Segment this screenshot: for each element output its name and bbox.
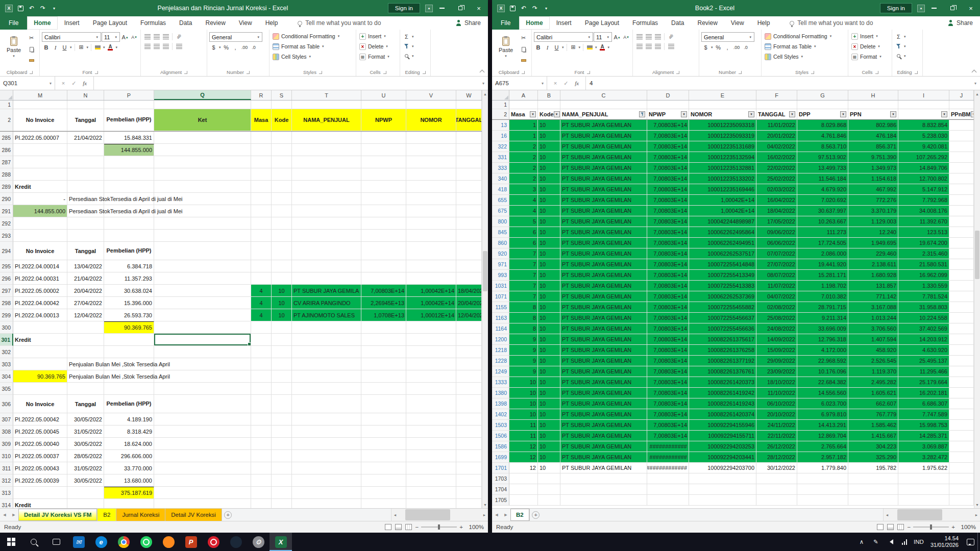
column-header-A[interactable]: A [509,90,538,100]
cell-Q298[interactable] [154,297,251,309]
cell-P285[interactable]: 15.848.331 [104,132,154,144]
cell-C1155[interactable]: PT SUBUR JAYA GEMILAN [560,302,647,313]
cell-Q288[interactable] [154,168,251,181]
cell-U287[interactable] [361,156,406,168]
cell-V290[interactable] [406,193,456,205]
cell-S303[interactable] [272,358,292,370]
cell-B16[interactable]: 10 [538,131,560,141]
cell-H1705[interactable] [848,495,898,506]
cell-C331[interactable]: PT SUBUR JAYA GEMILAN [560,152,647,163]
cell-Q286[interactable] [154,144,251,156]
cell-W287[interactable] [456,156,482,168]
cell-S1[interactable] [272,101,292,109]
cell-H1380[interactable]: 1.605.621 [848,388,898,398]
cell-M302[interactable] [13,346,67,358]
cell-G1163[interactable]: 9.211.314 [797,313,848,323]
cell-W1[interactable] [456,101,482,109]
cell-V297[interactable]: 1,00042E+14 [406,285,456,297]
cell-Q301[interactable] [154,334,251,346]
cell-A1705[interactable] [509,495,538,506]
cell-P2[interactable]: Pembelian (HPP) [104,109,154,131]
cell-T293[interactable] [292,230,361,242]
cell-J1071[interactable] [949,291,974,302]
cell-D675[interactable]: 7,00803E+14 [647,206,689,216]
row-header-845[interactable]: 845 [492,227,509,238]
ribbon-tab-review[interactable]: Review [691,16,724,30]
row-header-306[interactable]: 306 [0,395,13,413]
cell-T304[interactable] [292,370,361,383]
ribbon-tab-page-layout[interactable]: Page Layout [86,16,134,30]
cell-F13[interactable]: 11/01/2022 [756,120,797,131]
row-header-322[interactable]: 322 [492,141,509,152]
number-format-select[interactable]: General▾ [701,32,754,42]
cell-E1506[interactable]: 100092294155711 [689,431,756,441]
cell-R304[interactable] [251,370,272,383]
cell-T313[interactable] [292,487,361,499]
row-header-655[interactable]: 655 [492,195,509,206]
taskbar-opera-icon[interactable] [202,533,225,551]
cell-B1218[interactable]: 10 [538,345,560,356]
row-header-2[interactable]: 2 [0,109,13,131]
cell-S295[interactable] [272,260,292,272]
cell-F1218[interactable]: 15/09/2022 [756,345,797,356]
cell-C13[interactable]: PT SUBUR JAYA GEMILAN [560,120,647,131]
cell-F1228[interactable]: 29/09/2022 [756,356,797,366]
cell-C1398[interactable]: PT SUBUR JAYA GEMILAN [560,398,647,409]
cell-R285[interactable] [251,132,272,144]
cell-E418[interactable]: 100012235169446 [689,184,756,195]
align-right-icon[interactable] [161,42,170,51]
cell-W304[interactable] [456,370,482,383]
show-desktop-button[interactable] [977,533,980,551]
cell-U301[interactable] [361,334,406,346]
cell-G655[interactable]: 7.020.692 [797,195,848,206]
cell-H1164[interactable]: 3.706.560 [848,323,898,334]
column-header-C[interactable]: C [560,90,647,100]
cell-I13[interactable]: 8.832.854 [898,120,949,131]
cell-A333[interactable]: 2 [509,163,538,173]
cell-G920[interactable]: 2.086.000 [797,248,848,259]
cell-T300[interactable] [292,321,361,334]
horizontal-scrollbar[interactable]: ◄ ► [883,509,980,521]
cell-M293[interactable] [13,230,67,242]
cell-E2[interactable]: NOMOR▾ [689,109,756,119]
row-header-290[interactable]: 290 [0,193,13,205]
orientation-icon[interactable]: ab [667,32,675,41]
fill-color-icon[interactable] [93,43,102,52]
sheet-nav-left-icon[interactable]: ◄ [492,509,501,521]
normal-view-icon[interactable] [385,524,391,530]
cell-I1705[interactable] [898,495,949,506]
autosum-icon[interactable]: Σ [402,32,411,41]
insert-function-icon[interactable]: fx [575,80,579,86]
cell-V294[interactable] [406,242,456,260]
cell-G993[interactable]: 15.281.171 [797,270,848,281]
cell-Q309[interactable] [154,438,251,450]
cell-N290[interactable]: Persediaan StokTersedia di April di jual… [67,193,104,205]
cell-W299[interactable]: 12/04/2022 [456,309,482,321]
cell-J1163[interactable] [949,313,974,323]
cell-N294[interactable]: Tanggal [67,242,104,260]
normal-view-icon[interactable] [877,524,884,530]
cell-B1402[interactable]: 10 [538,409,560,420]
cell-W302[interactable] [456,346,482,358]
cell-A1200[interactable]: 9 [509,334,538,345]
cell-A418[interactable]: 3 [509,184,538,195]
filter-funnel-icon[interactable] [639,111,645,117]
row-header-296[interactable]: 296 [0,272,13,285]
cell-J16[interactable] [949,131,974,141]
dialog-launcher-icon[interactable] [522,71,525,74]
row-header-1333[interactable]: 1333 [492,377,509,388]
cell-V285[interactable] [406,132,456,144]
cell-J675[interactable] [949,206,974,216]
taskbar-search-icon[interactable] [22,533,45,551]
cell-E340[interactable]: 100012235133202 [689,173,756,184]
collapse-ribbon-icon[interactable] [972,70,977,75]
cell-V310[interactable] [406,450,456,462]
ribbon-display-options-icon[interactable]: ▴ [425,4,433,12]
ribbon-tab-home[interactable]: Home [27,16,57,30]
font-color-icon[interactable]: A [106,43,115,52]
cell-P310[interactable]: 296.606.000 [104,450,154,462]
cell-C1249[interactable]: PT SUBUR JAYA GEMILAN [560,366,647,377]
sheet-nav-left-icon[interactable]: ◄ [0,509,9,521]
cell-E1228[interactable]: 100082261377192 [689,356,756,366]
row-header-293[interactable]: 293 [0,230,13,242]
